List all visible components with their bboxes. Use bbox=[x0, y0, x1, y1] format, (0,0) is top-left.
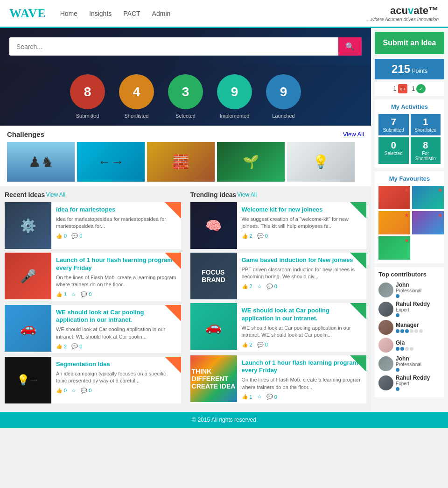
challenge-img-3[interactable]: 🧱 bbox=[147, 142, 215, 182]
comment-btn-r2[interactable]: 💬 0 bbox=[81, 291, 91, 297]
contributor-3: Manager bbox=[378, 320, 441, 335]
contributor-2: Rahul Reddy Expert bbox=[378, 301, 441, 317]
search-button[interactable]: 🔍 bbox=[338, 37, 362, 56]
recent-idea-card-3[interactable]: 🚗 WE should look at Car pooling applicat… bbox=[5, 305, 181, 354]
activity-num-shortlisted: 1 bbox=[413, 117, 438, 127]
trending-idea-card-2[interactable]: FOCUSBRAND Game based induction for New … bbox=[190, 253, 367, 299]
fav-item-3[interactable]: ★ bbox=[378, 211, 410, 234]
challenges-images: ♟♞ ←→ 🧱 🌱 💡 bbox=[7, 142, 364, 182]
contributor-info-4: Gia bbox=[396, 339, 441, 351]
submit-idea-button[interactable]: Submit an Idea bbox=[375, 32, 444, 54]
contributor-dots-6 bbox=[396, 387, 441, 391]
corner-tag-t3 bbox=[350, 303, 366, 319]
recent-idea-actions-4: 👍 0 ☆ 💬 0 bbox=[56, 388, 176, 394]
corner-tag-t2 bbox=[350, 253, 366, 269]
comment-btn-t2[interactable]: 💬 0 bbox=[266, 283, 277, 290]
fav-item-1[interactable]: ★ bbox=[378, 186, 410, 209]
activity-label-submitted: Submitted bbox=[381, 127, 406, 133]
trending-idea-card-4[interactable]: THINKDIFFERENTCREATE IDEA Launch of 1 ho… bbox=[190, 355, 367, 404]
recent-idea-img-1: ⚙️ bbox=[5, 202, 51, 249]
right-sidebar: Submit an Idea 215 Points 1 🏷 1 ✓ My Act… bbox=[371, 28, 448, 412]
footer: © 2015 All rights reserved bbox=[0, 412, 448, 428]
avatar-3 bbox=[378, 320, 393, 335]
recent-idea-body-4: Segmentation Idea An idea campaign typic… bbox=[51, 357, 181, 403]
nav-pact[interactable]: PACT bbox=[123, 10, 140, 17]
avatar-6 bbox=[378, 375, 393, 390]
recent-ideas-view-all[interactable]: View All bbox=[46, 191, 65, 198]
dot-4c bbox=[405, 347, 409, 351]
like-btn-t1[interactable]: 👍 2 bbox=[242, 233, 252, 239]
activity-num-selected: 0 bbox=[381, 140, 406, 151]
fav-item-5[interactable]: ★ bbox=[378, 236, 410, 260]
challenge-img-1[interactable]: ♟♞ bbox=[7, 142, 75, 182]
trending-idea-card-3[interactable]: 🚗 WE should look at Car pooling applicat… bbox=[190, 303, 367, 352]
trending-idea-card-1[interactable]: 🧠 Welcome kit for new joinees We suggest… bbox=[190, 202, 367, 249]
like-btn-t3[interactable]: 👍 2 bbox=[242, 342, 252, 348]
contributor-role-2: Expert bbox=[396, 307, 441, 312]
trending-idea-actions-1: 👍 2 💬 0 bbox=[242, 233, 362, 239]
challenge-img-5[interactable]: 💡 bbox=[287, 142, 355, 182]
contributor-name-3: Manager bbox=[396, 322, 441, 328]
comment-btn-t3[interactable]: 💬 0 bbox=[257, 342, 268, 348]
stats-section: 8 Submitted 4 Shortlisted 3 Selected 9 I… bbox=[0, 65, 371, 126]
like-btn-r2[interactable]: 👍 1 bbox=[56, 291, 67, 297]
comment-btn-r3[interactable]: 💬 0 bbox=[71, 343, 82, 349]
avatar-1 bbox=[378, 283, 393, 297]
trending-idea-desc-1: We suggest creation of a "welcome-kit" f… bbox=[242, 216, 362, 230]
contributor-role-1: Professional bbox=[396, 288, 441, 293]
top-contributors: Top contributors John Professional Rahul… bbox=[375, 267, 444, 397]
recent-idea-actions-3: 👍 2 💬 0 bbox=[56, 343, 176, 349]
points-label: Points bbox=[412, 68, 427, 74]
star-btn-t2[interactable]: ☆ bbox=[257, 283, 262, 290]
fav-item-2[interactable]: ★ bbox=[412, 186, 444, 209]
search-input[interactable] bbox=[9, 38, 338, 55]
activity-label-for-shortlist: For Shortlistin bbox=[413, 151, 438, 161]
star-btn-r4[interactable]: ☆ bbox=[71, 388, 76, 394]
challenge-img-2[interactable]: ←→ bbox=[77, 142, 145, 182]
like-btn-r1[interactable]: 👍 0 bbox=[56, 233, 67, 239]
challenge-img-4[interactable]: 🌱 bbox=[217, 142, 285, 182]
challenges-view-all[interactable]: View All bbox=[343, 131, 364, 138]
comment-btn-t1[interactable]: 💬 0 bbox=[257, 233, 268, 239]
comment-btn-r4[interactable]: 💬 0 bbox=[81, 388, 91, 394]
nav-insights[interactable]: Insights bbox=[89, 10, 112, 17]
recent-idea-card-2[interactable]: 🎤 Launch of 1 hour flash learning progra… bbox=[5, 253, 181, 301]
recent-idea-img-2: 🎤 bbox=[5, 253, 51, 299]
dot-6a bbox=[396, 387, 399, 391]
corner-tag-r4 bbox=[165, 357, 181, 373]
my-activities: My Activities 7 Submitted 1 Shortlisted … bbox=[375, 99, 444, 168]
trending-idea-desc-4: On the lines of Flash Mob. create a lear… bbox=[242, 376, 362, 391]
trending-idea-img-1: 🧠 bbox=[190, 202, 237, 249]
comment-btn-t4[interactable]: 💬 0 bbox=[266, 394, 277, 400]
comment-btn-r1[interactable]: 💬 0 bbox=[71, 233, 82, 239]
recent-idea-img-3: 🚗 bbox=[5, 305, 51, 352]
recent-idea-card-1[interactable]: ⚙️ idea for mariestopes idea for mariest… bbox=[5, 202, 181, 249]
recent-idea-body-1: idea for mariestopes idea for mariestope… bbox=[51, 202, 181, 249]
like-btn-t2[interactable]: 👍 2 bbox=[242, 283, 252, 290]
like-btn-r4[interactable]: 👍 0 bbox=[56, 388, 67, 394]
label-selected: Selected bbox=[175, 113, 196, 119]
trending-idea-actions-3: 👍 2 💬 0 bbox=[242, 342, 362, 348]
dot-4d bbox=[410, 347, 413, 351]
badge-item-2: 1 ✓ bbox=[412, 84, 426, 93]
recent-idea-actions-2: 👍 1 ☆ 💬 0 bbox=[56, 291, 176, 297]
recent-idea-desc-4: An idea campaign typically focuses on a … bbox=[56, 370, 176, 385]
fav-star-5: ★ bbox=[404, 237, 409, 244]
like-btn-t4[interactable]: 👍 1 bbox=[242, 394, 252, 400]
nav-home[interactable]: Home bbox=[60, 10, 77, 17]
star-btn-r2[interactable]: ☆ bbox=[71, 291, 76, 297]
trending-ideas-view-all[interactable]: View All bbox=[237, 191, 257, 198]
like-btn-r3[interactable]: 👍 2 bbox=[56, 343, 67, 349]
stat-implemented: 9 Implemented bbox=[217, 74, 252, 119]
activity-label-shortlisted: Shortlisted bbox=[413, 127, 438, 133]
label-shortlisted: Shortlisted bbox=[125, 113, 149, 119]
nav-admin[interactable]: Admin bbox=[152, 10, 171, 17]
star-btn-t4[interactable]: ☆ bbox=[257, 394, 262, 400]
trending-ideas-title: Trending Ideas bbox=[190, 191, 237, 198]
badge-icon-2: ✓ bbox=[416, 84, 426, 93]
fav-item-4[interactable]: ★ bbox=[412, 211, 444, 234]
dot-4b bbox=[400, 347, 404, 351]
recent-idea-card-4[interactable]: 💡→ Segmentation Idea An idea campaign ty… bbox=[5, 357, 181, 403]
fav-grid: ★ ★ ★ ★ ★ bbox=[378, 186, 441, 260]
label-submitted: Submitted bbox=[76, 113, 99, 119]
